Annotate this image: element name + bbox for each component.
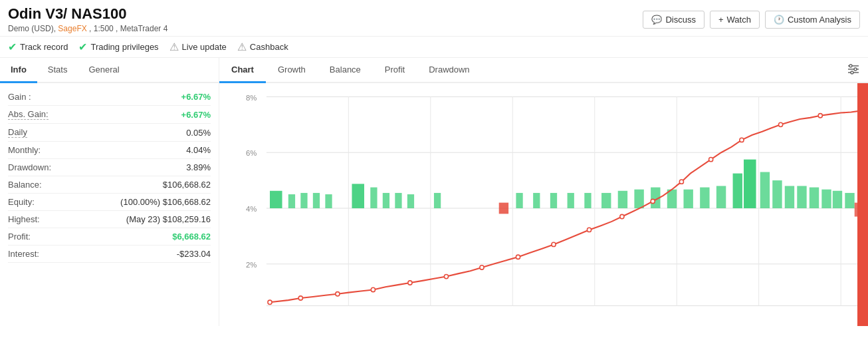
svg-point-71	[709, 158, 713, 162]
svg-rect-33	[499, 203, 508, 214]
trading-privileges-label: Trading privileges	[90, 42, 158, 52]
custom-analysis-label: Custom Analysis	[788, 15, 851, 25]
svg-rect-30	[395, 193, 401, 208]
svg-text:8%: 8%	[246, 94, 257, 102]
chart-tab-drawdown[interactable]: Drawdown	[417, 58, 481, 83]
watch-button[interactable]: + Watch	[710, 11, 760, 29]
chart-tab-chart[interactable]: Chart	[219, 58, 266, 83]
watch-label: Watch	[727, 15, 751, 25]
svg-point-70	[679, 180, 683, 184]
svg-rect-54	[821, 190, 831, 208]
drawdown-label: Drawdown:	[8, 162, 51, 172]
left-tabs-row: Info Stats General	[0, 58, 219, 83]
svg-rect-34	[516, 193, 522, 208]
row-gain: Gain : +6.67%	[8, 88, 211, 106]
highest-value: (May 23) $108,259.16	[126, 214, 211, 224]
abs-gain-label: Abs. Gain:	[8, 109, 49, 120]
chart-tab-profit[interactable]: Profit	[373, 58, 417, 83]
row-abs-gain: Abs. Gain: +6.67%	[8, 106, 211, 124]
row-monthly: Monthly: 4.04%	[8, 142, 211, 159]
svg-point-73	[779, 122, 783, 126]
row-balance: Balance: $106,668.62	[8, 176, 211, 194]
svg-point-5	[851, 71, 853, 74]
title-section: Odin V3/ NAS100 Demo (USD), SageFX , 1:5…	[8, 5, 167, 33]
svg-point-64	[480, 265, 484, 269]
svg-point-69	[651, 199, 655, 203]
check-icon-2: ✔	[78, 41, 87, 53]
svg-rect-53	[810, 188, 819, 208]
row-interest: Interest: -$233.04	[8, 246, 211, 263]
svg-rect-46	[716, 186, 726, 208]
chart-settings-icon[interactable]	[844, 60, 863, 81]
chart-tabs-row: Chart Growth Balance Profit Drawdown	[219, 58, 868, 83]
chart-svg: 8% 6% 4% 2%	[246, 90, 861, 313]
row-profit: Profit: $6,668.62	[8, 228, 211, 246]
daily-label: Daily	[8, 127, 27, 138]
trading-privileges-badge: ✔ Trading privileges	[78, 41, 158, 53]
custom-analysis-button[interactable]: 🕐 Custom Analysis	[765, 11, 860, 29]
tab-stats[interactable]: Stats	[37, 58, 78, 83]
balance-value: $106,668.62	[163, 180, 211, 190]
badges-bar: ✔ Track record ✔ Trading privileges ⚠ Li…	[0, 37, 868, 58]
broker-link[interactable]: SageFX	[58, 24, 86, 33]
svg-rect-28	[370, 188, 377, 208]
clock-icon: 🕐	[774, 15, 784, 25]
svg-rect-27	[352, 184, 364, 208]
svg-rect-47	[733, 174, 742, 208]
svg-point-72	[740, 138, 744, 142]
subtitle: Demo (USD), SageFX , 1:500 , MetaTrader …	[8, 24, 167, 33]
svg-rect-38	[584, 193, 591, 208]
chart-area: 8% 6% 4% 2%	[219, 83, 868, 326]
svg-rect-24	[300, 193, 307, 208]
svg-rect-23	[288, 194, 295, 208]
abs-gain-value: +6.67%	[181, 110, 211, 120]
svg-rect-50	[772, 180, 782, 208]
chart-tab-growth[interactable]: Growth	[266, 58, 318, 83]
gain-label: Gain :	[8, 92, 31, 102]
red-accent-right	[857, 83, 868, 326]
svg-point-61	[371, 287, 375, 291]
svg-point-58	[268, 300, 272, 304]
highest-label: Highest:	[8, 214, 40, 224]
svg-rect-37	[568, 193, 574, 208]
right-panel: Chart Growth Balance Profit Drawdown 8%	[219, 58, 868, 326]
svg-point-4	[854, 68, 857, 71]
plus-icon: +	[718, 15, 724, 25]
svg-rect-48	[744, 160, 756, 208]
svg-rect-25	[313, 193, 320, 208]
svg-point-63	[444, 274, 448, 278]
row-highest: Highest: (May 23) $108,259.16	[8, 211, 211, 228]
top-bar: Odin V3/ NAS100 Demo (USD), SageFX , 1:5…	[0, 0, 868, 37]
svg-rect-56	[845, 193, 854, 208]
svg-rect-39	[601, 193, 611, 208]
row-daily: Daily 0.05%	[8, 124, 211, 142]
chart-tab-balance[interactable]: Balance	[318, 58, 373, 83]
warn-icon-2: ⚠	[237, 41, 247, 53]
tab-general[interactable]: General	[78, 58, 130, 83]
top-actions: 💬 Discuss + Watch 🕐 Custom Analysis	[643, 11, 860, 29]
profit-value: $6,668.62	[172, 232, 211, 242]
svg-point-68	[620, 214, 624, 218]
equity-label: Equity:	[8, 197, 35, 207]
chat-icon: 💬	[651, 15, 662, 25]
gain-value: +6.67%	[181, 92, 211, 102]
equity-value: (100.00%) $106,668.62	[120, 197, 211, 207]
cashback-label: Cashback	[250, 42, 288, 52]
svg-rect-26	[325, 194, 332, 208]
subtitle-account: Demo (USD),	[8, 24, 56, 33]
svg-point-65	[516, 255, 520, 259]
discuss-button[interactable]: 💬 Discuss	[643, 11, 705, 29]
svg-point-66	[552, 242, 556, 246]
svg-rect-45	[700, 188, 709, 208]
tab-info[interactable]: Info	[0, 58, 37, 83]
info-table: Gain : +6.67% Abs. Gain: +6.67% Daily 0.…	[0, 83, 219, 326]
svg-rect-40	[618, 191, 627, 208]
monthly-label: Monthly:	[8, 145, 41, 155]
check-icon-1: ✔	[8, 41, 17, 53]
svg-rect-36	[550, 193, 557, 208]
svg-point-59	[298, 296, 302, 300]
interest-label: Interest:	[8, 249, 39, 259]
svg-rect-52	[797, 186, 806, 208]
row-drawdown: Drawdown: 3.89%	[8, 159, 211, 176]
svg-rect-32	[434, 193, 441, 208]
